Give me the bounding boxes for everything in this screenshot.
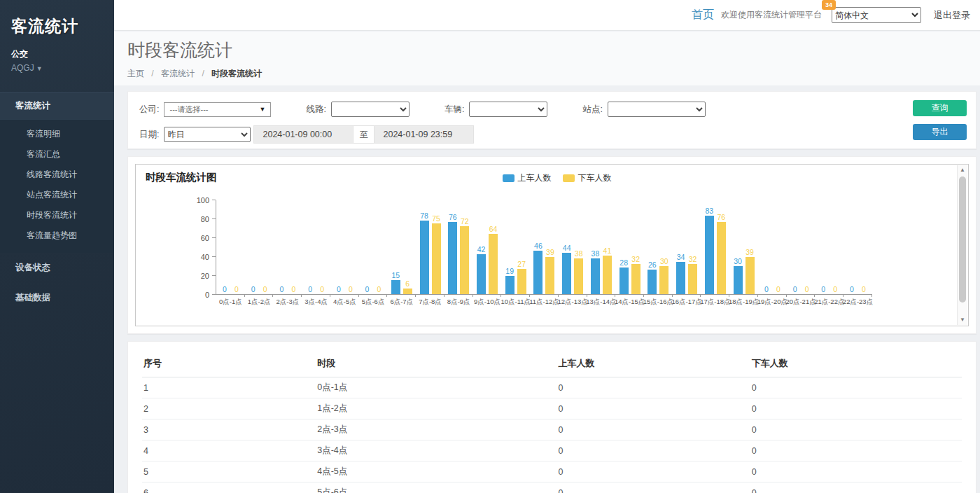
y-tick-label: 60 bbox=[181, 234, 209, 242]
bar: 30 bbox=[659, 200, 668, 294]
bar-value-label: 38 bbox=[592, 249, 600, 258]
company-select[interactable]: ---请选择--- ▼ bbox=[164, 102, 271, 117]
vehicle-label: 车辆: bbox=[444, 104, 464, 116]
chart-legend: 上车人数下车人数 bbox=[503, 172, 612, 184]
notification-badge: 34 bbox=[822, 0, 836, 10]
sidebar-item-station-stats[interactable]: 站点客流统计 bbox=[0, 185, 114, 205]
org-code-dropdown[interactable]: AQGJ▼ bbox=[11, 63, 103, 73]
sidebar-item-passenger-stats[interactable]: 客流统计 bbox=[0, 93, 114, 119]
bar-value-label: 32 bbox=[631, 255, 640, 263]
col-header-period: 时段 bbox=[316, 349, 556, 377]
bar-value-label: 78 bbox=[420, 211, 428, 220]
date-from-input[interactable] bbox=[253, 125, 354, 144]
x-tick-label: 2点-3点 bbox=[276, 298, 299, 307]
table-cell: 0 bbox=[557, 419, 750, 440]
home-link[interactable]: 首页 bbox=[692, 8, 714, 22]
bar-rect bbox=[460, 226, 469, 294]
bar-value-label: 39 bbox=[546, 248, 554, 256]
bar-value-label: 83 bbox=[706, 207, 714, 215]
date-preset-select[interactable]: 昨日 bbox=[164, 127, 251, 142]
line-select[interactable] bbox=[331, 102, 410, 117]
logout-link[interactable]: 退出登录 bbox=[934, 9, 970, 22]
language-select[interactable]: 简体中文 bbox=[832, 7, 921, 23]
bar-value-label: 0 bbox=[833, 285, 837, 293]
scroll-down-icon[interactable]: ▼ bbox=[958, 315, 967, 325]
table-cell: 6 bbox=[142, 482, 316, 493]
table-cell: 0 bbox=[557, 377, 750, 398]
bar-value-label: 0 bbox=[850, 285, 854, 293]
bar-value-label: 0 bbox=[320, 285, 324, 293]
sidebar-item-trend-chart[interactable]: 客流量趋势图 bbox=[0, 225, 114, 246]
legend-item[interactable]: 下车人数 bbox=[563, 172, 612, 184]
date-to-input[interactable] bbox=[374, 125, 474, 144]
scrollbar-thumb[interactable] bbox=[959, 176, 966, 303]
bar: 0 bbox=[374, 200, 384, 294]
sidebar-item-base-data[interactable]: 基础数据 bbox=[0, 283, 114, 313]
bar-value-label: 6 bbox=[405, 279, 410, 288]
table-cell: 4点-5点 bbox=[316, 461, 556, 482]
scroll-up-icon[interactable]: ▲ bbox=[958, 165, 967, 175]
breadcrumb-passenger-stats[interactable]: 客流统计 bbox=[161, 69, 195, 78]
bar-rect bbox=[432, 223, 441, 294]
bar: 39 bbox=[746, 200, 755, 294]
breadcrumb-home[interactable]: 主页 bbox=[127, 69, 144, 78]
station-select[interactable] bbox=[608, 102, 706, 117]
sidebar-item-passenger-summary[interactable]: 客流汇总 bbox=[0, 144, 114, 165]
bar: 27 bbox=[517, 200, 526, 294]
query-button[interactable]: 查询 bbox=[913, 100, 967, 116]
filter-buttons: 查询 导出 bbox=[913, 100, 967, 140]
bar: 78 bbox=[420, 200, 429, 294]
sidebar-item-period-stats[interactable]: 时段客流统计 bbox=[0, 205, 114, 225]
bar-value-label: 0 bbox=[377, 285, 382, 293]
bar-rect bbox=[562, 253, 571, 294]
bar: 0 bbox=[289, 200, 298, 294]
table-cell: 0 bbox=[557, 398, 750, 419]
bar-value-label: 0 bbox=[349, 285, 353, 293]
table-row: 32点-3点00 bbox=[142, 419, 962, 440]
chart-bar-group: 192710点-11点 bbox=[501, 200, 530, 294]
x-tick-label: 6点-7点 bbox=[390, 298, 413, 307]
bar-value-label: 0 bbox=[234, 285, 239, 293]
bar: 39 bbox=[545, 200, 554, 294]
table-row: 54点-5点00 bbox=[142, 461, 962, 482]
vehicle-select[interactable] bbox=[469, 102, 547, 117]
bar: 42 bbox=[477, 200, 486, 294]
chart-bar-group: 004点-5点 bbox=[330, 200, 359, 294]
bar-value-label: 15 bbox=[391, 271, 400, 279]
sidebar-item-device-status[interactable]: 设备状态 bbox=[0, 253, 114, 283]
company-select-value: ---请选择--- bbox=[169, 104, 208, 115]
chart-bar-group: 384113点-14点 bbox=[587, 200, 616, 294]
bar: 64 bbox=[489, 200, 498, 294]
col-header-boarding: 上车人数 bbox=[557, 349, 750, 377]
x-tick-label: 22点-23点 bbox=[843, 298, 873, 307]
bar-value-label: 76 bbox=[718, 213, 726, 221]
chart-title: 时段车流统计图 bbox=[146, 172, 217, 183]
y-tick-label: 20 bbox=[181, 272, 209, 280]
bar-value-label: 0 bbox=[805, 285, 809, 293]
sidebar-item-line-stats[interactable]: 线路客流统计 bbox=[0, 165, 114, 185]
bar-value-label: 30 bbox=[660, 257, 668, 265]
bar-rect bbox=[631, 264, 640, 294]
bar-rect bbox=[734, 266, 743, 295]
x-tick-label: 13点-14点 bbox=[586, 298, 616, 307]
bar-value-label: 27 bbox=[517, 260, 526, 268]
bar: 0 bbox=[277, 200, 286, 294]
bar-rect bbox=[403, 289, 412, 294]
x-tick-label: 4点-5点 bbox=[333, 298, 356, 307]
sidebar-item-passenger-detail[interactable]: 客流明细 bbox=[0, 124, 114, 144]
bar: 30 bbox=[734, 200, 743, 294]
topbar: 首页 欢迎使用客流统计管理平台 34 简体中文 退出登录 bbox=[114, 0, 980, 31]
chart-scrollbar[interactable]: ▲ ▼ bbox=[957, 165, 967, 325]
export-button[interactable]: 导出 bbox=[913, 124, 967, 140]
legend-label: 下车人数 bbox=[578, 172, 612, 184]
app-title: 客流统计 bbox=[11, 15, 103, 37]
bar: 76 bbox=[717, 200, 726, 294]
bar-value-label: 0 bbox=[251, 285, 255, 293]
table-cell: 0 bbox=[750, 419, 962, 440]
bar-value-label: 44 bbox=[563, 244, 571, 252]
bar-rect bbox=[517, 269, 526, 294]
legend-item[interactable]: 上车人数 bbox=[503, 172, 552, 184]
table-cell: 5 bbox=[142, 461, 316, 482]
bar-value-label: 32 bbox=[689, 255, 697, 263]
bar-value-label: 41 bbox=[603, 246, 612, 255]
